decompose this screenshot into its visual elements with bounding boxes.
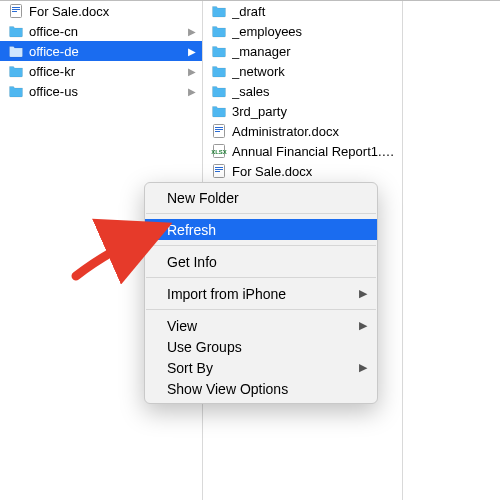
menu-item-label: View	[167, 318, 197, 334]
menu-item[interactable]: Get Info	[145, 251, 377, 272]
file-row[interactable]: Administrator.docx	[203, 121, 402, 141]
file-row[interactable]: _network	[203, 61, 402, 81]
folder-icon	[211, 23, 227, 39]
file-label: _employees	[232, 24, 396, 39]
menu-separator	[146, 213, 376, 214]
menu-item-label: New Folder	[167, 190, 239, 206]
svg-rect-2	[12, 9, 20, 10]
file-label: _draft	[232, 4, 396, 19]
file-row[interactable]: _draft	[203, 1, 402, 21]
docx-icon	[211, 163, 227, 179]
svg-rect-5	[215, 127, 223, 128]
file-row[interactable]: _manager	[203, 41, 402, 61]
file-row[interactable]: office-cn▶	[0, 21, 202, 41]
file-row[interactable]: _sales	[203, 81, 402, 101]
menu-item[interactable]: Use Groups	[145, 336, 377, 357]
folder-icon	[8, 43, 24, 59]
file-row[interactable]: For Sale.docx	[0, 1, 202, 21]
file-row[interactable]: For Sale.docx	[203, 161, 402, 181]
file-row[interactable]: office-kr▶	[0, 61, 202, 81]
menu-item[interactable]: Sort By▶	[145, 357, 377, 378]
menu-item[interactable]: Show View Options	[145, 378, 377, 399]
file-label: For Sale.docx	[232, 164, 396, 179]
chevron-right-icon: ▶	[186, 26, 196, 37]
file-label: Annual Financial Report1.xlsx	[232, 144, 396, 159]
chevron-right-icon: ▶	[186, 86, 196, 97]
file-row[interactable]: office-de▶	[0, 41, 202, 61]
menu-item[interactable]: Refresh	[145, 219, 377, 240]
docx-icon	[8, 3, 24, 19]
svg-rect-6	[215, 129, 223, 130]
svg-rect-7	[215, 131, 220, 132]
file-label: office-cn	[29, 24, 186, 39]
file-label: For Sale.docx	[29, 4, 196, 19]
file-label: _sales	[232, 84, 396, 99]
chevron-right-icon: ▶	[359, 361, 367, 374]
chevron-right-icon: ▶	[359, 319, 367, 332]
file-row[interactable]: XLSXAnnual Financial Report1.xlsx	[203, 141, 402, 161]
folder-icon	[211, 83, 227, 99]
menu-item[interactable]: New Folder	[145, 187, 377, 208]
menu-item[interactable]: Import from iPhone▶	[145, 283, 377, 304]
folder-icon	[211, 63, 227, 79]
menu-item-label: Get Info	[167, 254, 217, 270]
menu-separator	[146, 245, 376, 246]
file-row[interactable]: 3rd_party	[203, 101, 402, 121]
file-label: office-us	[29, 84, 186, 99]
menu-item-label: Refresh	[167, 222, 216, 238]
context-menu[interactable]: New FolderRefreshGet InfoImport from iPh…	[144, 182, 378, 404]
chevron-right-icon: ▶	[359, 287, 367, 300]
menu-item-label: Use Groups	[167, 339, 242, 355]
folder-icon	[211, 3, 227, 19]
file-label: Administrator.docx	[232, 124, 396, 139]
file-row[interactable]: _employees	[203, 21, 402, 41]
file-label: office-kr	[29, 64, 186, 79]
svg-rect-1	[12, 7, 20, 8]
folder-icon	[211, 103, 227, 119]
xlsx-icon: XLSX	[211, 143, 227, 159]
svg-rect-11	[215, 167, 223, 168]
menu-item-label: Show View Options	[167, 381, 288, 397]
docx-icon	[211, 123, 227, 139]
menu-separator	[146, 277, 376, 278]
file-label: 3rd_party	[232, 104, 396, 119]
file-label: _manager	[232, 44, 396, 59]
svg-text:XLSX: XLSX	[211, 149, 227, 155]
svg-rect-3	[12, 11, 17, 12]
svg-rect-12	[215, 169, 223, 170]
folder-icon	[8, 83, 24, 99]
menu-item-label: Sort By	[167, 360, 213, 376]
svg-rect-13	[215, 171, 220, 172]
folder-icon	[211, 43, 227, 59]
folder-icon	[8, 23, 24, 39]
file-label: _network	[232, 64, 396, 79]
menu-item-label: Import from iPhone	[167, 286, 286, 302]
folder-icon	[8, 63, 24, 79]
menu-separator	[146, 309, 376, 310]
chevron-right-icon: ▶	[186, 66, 196, 77]
refresh-icon	[149, 222, 165, 238]
file-row[interactable]: office-us▶	[0, 81, 202, 101]
file-label: office-de	[29, 44, 186, 59]
chevron-right-icon: ▶	[186, 46, 196, 57]
column-empty	[403, 1, 500, 500]
menu-item[interactable]: View▶	[145, 315, 377, 336]
